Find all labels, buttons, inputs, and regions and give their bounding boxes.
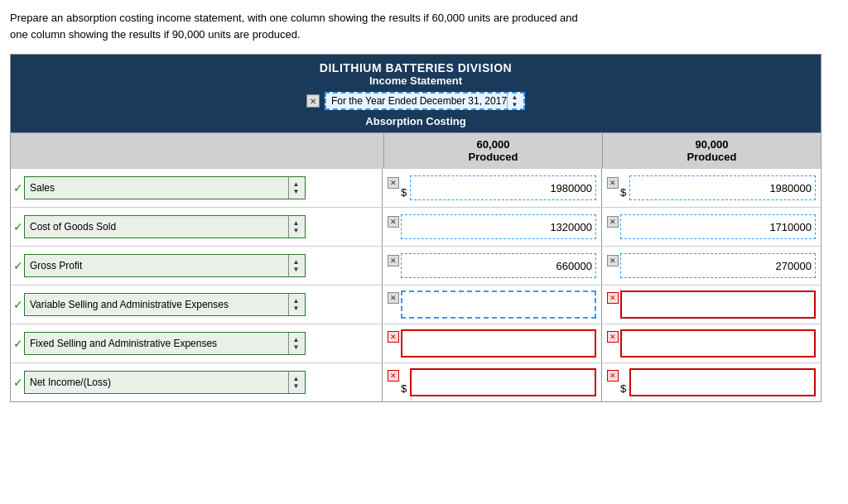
sales-col2-input[interactable]: 1980000: [629, 175, 816, 200]
variable-selling-col1-input[interactable]: [401, 290, 596, 319]
label-gross-profit: Gross Profit ▲▼: [24, 254, 382, 277]
fixed-selling-col1-x[interactable]: ✕: [388, 331, 399, 343]
net-income-col1-x[interactable]: ✕: [388, 370, 399, 382]
col2-header: 90,000Produced: [602, 133, 821, 168]
variable-selling-select[interactable]: Variable Selling and Administrative Expe…: [24, 293, 306, 316]
date-select[interactable]: For the Year Ended December 31, 2017 ▲▼: [325, 92, 525, 110]
sales-col2-x[interactable]: ✕: [607, 177, 619, 189]
gross-profit-col1-input[interactable]: 660000: [401, 253, 596, 278]
sales-spinner[interactable]: ▲▼: [288, 177, 303, 199]
row-variable-selling: ✓ Variable Selling and Administrative Ex…: [11, 285, 821, 324]
cogs-col1: ✕ 1320000: [382, 208, 601, 246]
cogs-col2-input[interactable]: 1710000: [620, 214, 816, 239]
gross-profit-col2-x[interactable]: ✕: [607, 255, 619, 266]
check-cogs: ✓: [11, 220, 24, 233]
row-cogs: ✓ Cost of Goods Sold ▲▼ ✕ 1320000 ✕: [11, 207, 821, 246]
label-sales: Sales ▲▼: [24, 176, 382, 199]
instructions: Prepare an absorption costing income sta…: [10, 10, 838, 42]
check-fixed-selling: ✓: [11, 337, 24, 350]
sales-col1-x[interactable]: ✕: [388, 177, 399, 189]
row-net-income: ✓ Net Income/(Loss) ▲▼ ✕ $: [11, 362, 821, 401]
label-variable-selling: Variable Selling and Administrative Expe…: [24, 293, 382, 316]
col1-header: 60,000Produced: [383, 133, 602, 168]
cogs-select[interactable]: Cost of Goods Sold ▲▼: [24, 215, 306, 238]
sales-col1: ✕ $ 1980000: [382, 169, 601, 207]
cogs-col1-input[interactable]: 1320000: [401, 214, 596, 239]
date-spinner[interactable]: ▲▼: [507, 94, 522, 108]
check-sales: ✓: [11, 181, 24, 194]
variable-selling-col2-x[interactable]: ✕: [607, 292, 619, 304]
fixed-selling-col2: ✕: [601, 324, 821, 362]
label-net-income: Net Income/(Loss) ▲▼: [24, 371, 382, 394]
fixed-selling-col1: ✕: [382, 324, 601, 362]
check-variable-selling: ✓: [11, 298, 24, 311]
gross-profit-select[interactable]: Gross Profit ▲▼: [24, 254, 306, 277]
date-close-btn[interactable]: ✕: [306, 94, 320, 108]
check-net-income: ✓: [11, 376, 24, 389]
sales-select[interactable]: Sales ▲▼: [24, 176, 306, 199]
cogs-col2: ✕ 1710000: [601, 208, 821, 246]
fixed-selling-col2-x[interactable]: ✕: [607, 331, 619, 343]
variable-selling-col2: ✕: [601, 286, 821, 324]
fixed-selling-col1-input[interactable]: [401, 329, 596, 358]
table-header: DILITHIUM BATTERIES DIVISION Income Stat…: [11, 55, 821, 132]
label-col-header: [11, 133, 383, 168]
gross-profit-col2-input[interactable]: 270000: [620, 253, 816, 278]
sales-col1-input[interactable]: 1980000: [410, 175, 596, 200]
variable-selling-col1-x[interactable]: ✕: [388, 292, 399, 304]
costing-label: Absorption Costing: [14, 115, 817, 127]
row-gross-profit: ✓ Gross Profit ▲▼ ✕ 660000 ✕: [11, 246, 821, 285]
variable-selling-col1: ✕: [382, 286, 601, 324]
net-income-select[interactable]: Net Income/(Loss) ▲▼: [24, 371, 306, 394]
net-income-spinner[interactable]: ▲▼: [288, 372, 303, 393]
net-income-col1-input[interactable]: [410, 368, 596, 396]
check-gross-profit: ✓: [11, 259, 24, 272]
row-fixed-selling: ✓ Fixed Selling and Administrative Expen…: [11, 324, 821, 362]
cogs-spinner[interactable]: ▲▼: [288, 216, 303, 238]
variable-selling-col2-input[interactable]: [620, 290, 816, 319]
cogs-col2-x[interactable]: ✕: [607, 216, 619, 228]
data-rows: ✓ Sales ▲▼ ✕ $ 1980000: [11, 168, 821, 401]
sales-col2: ✕ $ 1980000: [601, 169, 821, 207]
label-fixed-selling: Fixed Selling and Administrative Expense…: [24, 332, 382, 355]
gross-profit-col2: ✕ 270000: [601, 247, 821, 285]
fixed-selling-col2-input[interactable]: [620, 329, 816, 358]
net-income-col1: ✕ $: [382, 363, 601, 401]
gross-profit-col1-x[interactable]: ✕: [388, 255, 399, 266]
fixed-selling-spinner[interactable]: ▲▼: [288, 333, 303, 354]
row-sales: ✓ Sales ▲▼ ✕ $ 1980000: [11, 168, 821, 207]
label-cogs: Cost of Goods Sold ▲▼: [24, 215, 382, 238]
gross-profit-col1: ✕ 660000: [382, 247, 601, 285]
net-income-col2-x[interactable]: ✕: [607, 370, 619, 382]
cogs-col1-x[interactable]: ✕: [388, 216, 399, 228]
net-income-col2-input[interactable]: [629, 368, 816, 396]
variable-selling-spinner[interactable]: ▲▼: [288, 294, 303, 315]
company-name: DILITHIUM BATTERIES DIVISION: [14, 61, 817, 74]
net-income-col2: ✕ $: [601, 363, 821, 401]
statement-title: Income Statement: [14, 74, 817, 87]
gross-profit-spinner[interactable]: ▲▼: [288, 255, 303, 276]
column-headers: 60,000Produced 90,000Produced: [11, 132, 821, 168]
fixed-selling-select[interactable]: Fixed Selling and Administrative Expense…: [24, 332, 306, 355]
